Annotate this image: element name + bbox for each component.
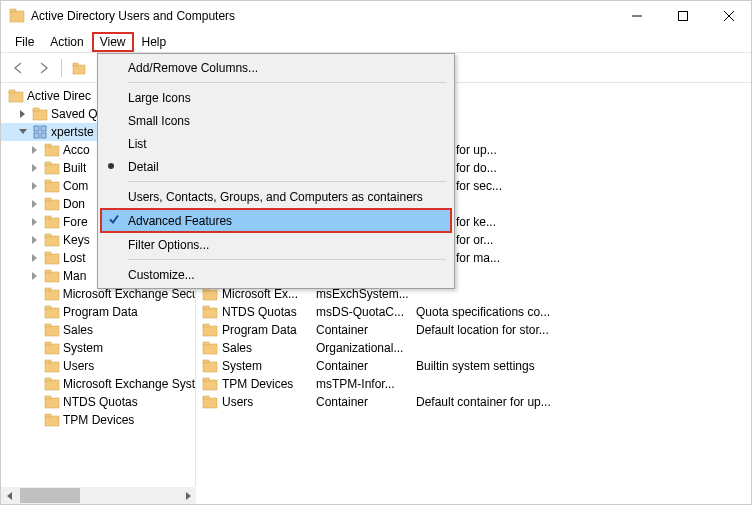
svg-rect-3 [679,12,688,21]
svg-rect-24 [45,198,51,201]
tree-item[interactable]: Users [1,357,195,375]
tree-label: Program Data [63,305,138,319]
tree-item[interactable]: TPM Devices [1,411,195,429]
expander-icon[interactable] [29,162,41,174]
svg-rect-11 [33,110,47,120]
svg-rect-61 [203,380,217,390]
menu-file[interactable]: File [7,32,42,52]
back-button[interactable] [7,57,29,79]
expander-icon[interactable] [29,198,41,210]
menu-label: Users, Contacts, Groups, and Computers a… [128,190,423,204]
tree-item[interactable]: NTDS Quotas [1,393,195,411]
tree-label: Lost [63,251,86,265]
svg-rect-29 [45,254,59,264]
svg-rect-27 [45,236,59,246]
list-type: Container [316,323,416,337]
list-row[interactable]: NTDS QuotasmsDS-QuotaC...Quota specifica… [196,303,751,321]
svg-rect-36 [45,306,51,309]
up-button[interactable] [68,57,90,79]
list-row[interactable]: UsersContainerDefault container for up..… [196,393,751,411]
list-name: NTDS Quotas [222,305,316,319]
svg-rect-43 [45,380,59,390]
menu-help[interactable]: Help [134,32,175,52]
svg-rect-44 [45,378,51,381]
svg-rect-59 [203,362,217,372]
menu-large-icons[interactable]: Large Icons [100,86,452,109]
svg-rect-28 [45,234,51,237]
menu-view[interactable]: View [92,32,134,52]
tree-label: Com [63,179,88,193]
close-button[interactable] [715,6,743,26]
tree-label: TPM Devices [63,413,134,427]
folder-icon [44,142,60,158]
folder-icon [44,412,60,428]
tree-item[interactable]: Sales [1,321,195,339]
tree-label: Microsoft Exchange Syst [63,377,195,391]
list-desc: n [416,89,751,103]
menu-users-contacts[interactable]: Users, Contacts, Groups, and Computers a… [100,185,452,208]
list-row[interactable]: SystemContainerBuiltin system settings [196,357,751,375]
menu-filter-options[interactable]: Filter Options... [100,233,452,256]
tree-label: Users [63,359,94,373]
list-row[interactable]: TPM DevicesmsTPM-Infor... [196,375,751,393]
svg-rect-46 [45,396,51,399]
domain-icon [32,124,48,140]
folder-icon [202,358,218,374]
forward-button[interactable] [33,57,55,79]
menu-detail[interactable]: Detail [100,155,452,178]
svg-rect-18 [45,144,51,147]
list-name: Program Data [222,323,316,337]
folder-icon [44,376,60,392]
tree-item[interactable]: Program Data [1,303,195,321]
expander-icon[interactable] [29,270,41,282]
tree-item[interactable]: Microsoft Exchange Syst [1,375,195,393]
tree-label: Active Direc [27,89,91,103]
svg-rect-17 [45,146,59,156]
svg-rect-14 [41,126,46,131]
scroll-thumb[interactable] [20,488,80,503]
list-desc: ntainer for or... [416,233,751,247]
menu-label: Add/Remove Columns... [128,61,258,75]
list-row[interactable]: Program DataContainerDefault location fo… [196,321,751,339]
svg-rect-38 [45,324,51,327]
svg-rect-42 [45,360,51,363]
list-desc: Quota specifications co... [416,305,751,319]
expander-icon[interactable] [29,216,41,228]
menu-advanced-features[interactable]: Advanced Features [100,208,452,233]
minimize-button[interactable] [623,6,651,26]
list-name: Users [222,395,316,409]
list-name: Sales [222,341,316,355]
svg-rect-63 [203,398,217,408]
list-row[interactable]: SalesOrganizational... [196,339,751,357]
tree-scrollbar[interactable] [1,487,196,504]
folder-icon [32,106,48,122]
expander-icon[interactable] [17,108,29,120]
menu-action[interactable]: Action [42,32,91,52]
svg-rect-45 [45,398,59,408]
folder-icon [202,340,218,356]
expander-icon[interactable] [29,252,41,264]
svg-rect-62 [203,378,209,381]
list-desc: ntainer for up... [416,143,751,157]
folder-icon [44,160,60,176]
scroll-left-icon[interactable] [1,487,18,504]
list-name: Microsoft Ex... [222,287,316,301]
menu-list[interactable]: List [100,132,452,155]
list-desc: Builtin system settings [416,359,751,373]
scroll-right-icon[interactable] [179,487,196,504]
tree-item[interactable]: System [1,339,195,357]
list-desc: ntainer for ma... [416,251,751,265]
expander-icon[interactable] [29,234,41,246]
menu-add-remove-columns[interactable]: Add/Remove Columns... [100,56,452,79]
svg-rect-25 [45,218,59,228]
maximize-button[interactable] [669,6,697,26]
expander-icon[interactable] [29,144,41,156]
menu-customize[interactable]: Customize... [100,263,452,286]
expander-icon[interactable] [17,126,29,138]
menu-separator [128,259,446,260]
list-desc: ntainer for ke... [416,215,751,229]
menubar: File Action View Help [1,31,751,53]
svg-rect-57 [203,344,217,354]
expander-icon[interactable] [29,180,41,192]
menu-small-icons[interactable]: Small Icons [100,109,452,132]
